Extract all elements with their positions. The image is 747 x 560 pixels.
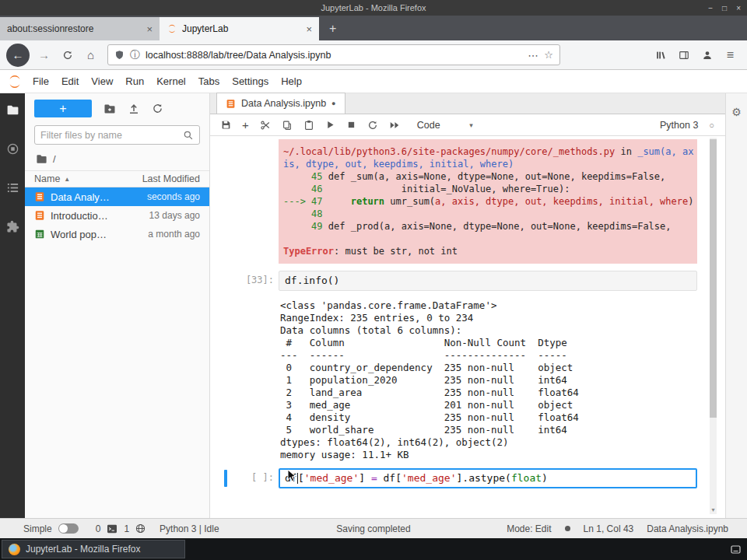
traceback-line: is, dtype, out, keepdims, initial, where… (283, 158, 693, 170)
menu-item-help[interactable]: Help (275, 75, 308, 87)
tray-icon[interactable] (731, 545, 741, 554)
breadcrumb-root[interactable]: / (53, 153, 56, 165)
forward-button[interactable]: → (33, 44, 54, 65)
site-info-icon[interactable]: ⓘ (130, 48, 140, 62)
menu-item-settings[interactable]: Settings (226, 75, 275, 87)
bookmark-star-icon[interactable]: ☆ (544, 49, 553, 61)
notebook-file-icon (34, 191, 45, 202)
restart-kernel-button[interactable] (367, 120, 378, 131)
editor-mode: Mode: Edit (507, 523, 551, 534)
error-output-cell: ~/.local/lib/python3.6/site-packages/num… (210, 139, 725, 264)
copy-icon (282, 120, 293, 131)
menu-item-edit[interactable]: Edit (55, 75, 85, 87)
file-modified: a month ago (148, 229, 200, 240)
menu-item-kernel[interactable]: Kernel (150, 75, 192, 87)
cell-type-dropdown[interactable]: Code ▾ (417, 120, 473, 131)
kernel-status-icon[interactable]: ○ (709, 121, 714, 130)
menu-item-run[interactable]: Run (119, 75, 150, 87)
close-button[interactable]: × (736, 4, 741, 12)
document-tab-data-analysis[interactable]: Data Analysis.ipynb ● (216, 93, 345, 114)
cell-type-value: Code (417, 120, 440, 131)
browser-tab-jupyterlab[interactable]: JupyterLab × (160, 17, 319, 40)
traceback-line (283, 233, 693, 245)
run-cell-button[interactable] (325, 120, 335, 130)
upload-button[interactable] (128, 103, 140, 115)
file-row-introduction[interactable]: Introductio… 13 days ago (25, 206, 209, 225)
file-name: Introductio… (51, 210, 144, 222)
sort-ascending-icon: ▲ (64, 176, 70, 183)
tab-close-icon[interactable]: × (306, 23, 312, 35)
column-header-name[interactable]: Name ▲ (34, 173, 142, 184)
refresh-button[interactable] (152, 103, 163, 114)
traceback-line: ---> 47 return umr_sum(a, axis, dtype, o… (283, 195, 693, 208)
kernels-count[interactable]: 1 (124, 523, 129, 534)
window-title: JupyterLab - Mozilla Firefox (321, 3, 426, 12)
page-actions-icon[interactable]: ⋯ (528, 49, 538, 61)
extension-icon (6, 220, 19, 233)
breadcrumb: / (25, 151, 209, 170)
new-folder-button[interactable] (103, 103, 116, 115)
folder-icon (6, 103, 19, 117)
scrollbar-thumb[interactable] (710, 139, 717, 418)
kernel-status-text[interactable]: Python 3 | Idle (160, 523, 219, 534)
menu-item-file[interactable]: File (26, 75, 55, 87)
taskbar-window-button[interactable]: JupyterLab - Mozilla Firefox (2, 540, 185, 558)
file-row-world-pop[interactable]: World pop… a month ago (25, 225, 209, 243)
traceback-line: 48 (283, 208, 693, 220)
add-cell-button[interactable]: + (242, 118, 249, 131)
terminals-count[interactable]: 0 (96, 523, 101, 534)
back-button[interactable]: ← (6, 44, 30, 67)
cell-output-text: <class 'pandas.core.frame.DataFrame'> Ra… (279, 298, 697, 461)
code-cell-input[interactable]: df.info() (279, 271, 697, 291)
new-tab-button[interactable]: + (319, 17, 346, 40)
home-button[interactable]: ⌂ (80, 44, 101, 65)
notebook-scrollbar[interactable]: ▾ (710, 138, 717, 514)
filter-input[interactable] (40, 130, 180, 141)
account-button[interactable] (696, 44, 717, 65)
command-palette-tab[interactable] (6, 181, 19, 194)
notification-icon (565, 526, 570, 531)
new-launcher-button[interactable]: + (34, 100, 92, 117)
file-row-data-analysis[interactable]: Data Analy… seconds ago (25, 187, 209, 206)
fast-forward-icon (389, 120, 400, 131)
scroll-down-icon[interactable]: ▾ (710, 506, 717, 514)
url-text: localhost:8888/lab/tree/Data Analysis.ip… (146, 50, 522, 61)
url-bar[interactable]: ⓘ localhost:8888/lab/tree/Data Analysis.… (107, 44, 560, 65)
reload-button[interactable] (57, 44, 78, 65)
sidebar-toggle-button[interactable] (673, 44, 694, 65)
search-icon (183, 130, 194, 141)
minimize-button[interactable]: − (708, 4, 713, 12)
copy-cells-button[interactable] (282, 120, 293, 131)
running-sessions-icon (6, 142, 19, 156)
spreadsheet-file-icon (34, 229, 45, 240)
restart-run-all-button[interactable] (389, 120, 400, 131)
filter-box (34, 125, 200, 145)
tab-close-icon[interactable]: × (146, 23, 153, 35)
column-header-modified[interactable]: Last Modified (142, 173, 200, 184)
interrupt-kernel-button[interactable] (346, 120, 356, 130)
code-cell-input-active[interactable]: df['med_age'] = df['med_age'].astype(flo… (279, 468, 697, 488)
running-sessions-tab[interactable] (6, 142, 19, 156)
kernel-name[interactable]: Python 3 (660, 120, 698, 131)
cell-prompt: [ ]: (210, 468, 279, 488)
cursor-position[interactable]: Ln 1, Col 43 (584, 523, 634, 534)
property-inspector-tab[interactable]: ⚙ (731, 106, 742, 118)
extension-manager-tab[interactable] (6, 220, 19, 233)
error-traceback: ~/.local/lib/python3.6/site-packages/num… (279, 139, 697, 264)
simple-mode-toggle[interactable] (58, 523, 79, 534)
browser-tab-sessionrestore[interactable]: about:sessionrestore × (0, 17, 160, 40)
files-sidebar-tab[interactable] (6, 103, 19, 117)
menu-item-view[interactable]: View (85, 75, 119, 87)
maximize-button[interactable]: □ (722, 4, 727, 12)
unsaved-indicator-icon[interactable]: ● (331, 100, 335, 107)
jupyter-logo-icon (6, 73, 23, 90)
menu-item-tabs[interactable]: Tabs (192, 75, 226, 87)
cut-cells-button[interactable] (260, 120, 271, 131)
cell-prompt (210, 298, 279, 461)
save-button[interactable] (221, 120, 231, 130)
traceback-line: TypeError: must be str, not int (283, 245, 693, 257)
paste-cells-button[interactable] (303, 120, 314, 131)
library-button[interactable] (650, 44, 671, 65)
firefox-icon (9, 544, 20, 555)
menu-button[interactable]: ≡ (720, 44, 741, 65)
